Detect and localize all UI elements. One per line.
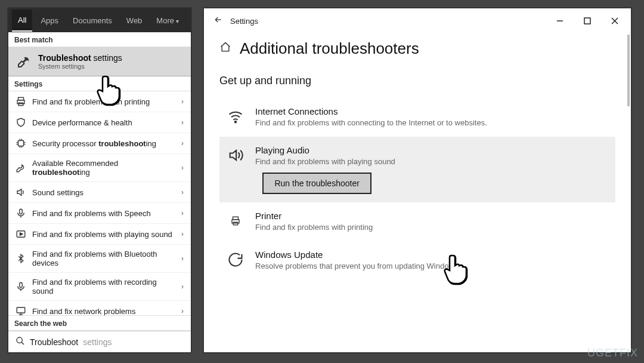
search-tab-web[interactable]: Web bbox=[120, 10, 148, 31]
chip-icon bbox=[16, 138, 26, 149]
search-input[interactable]: Troubleshoot settings bbox=[8, 331, 191, 352]
svg-rect-12 bbox=[20, 209, 23, 214]
section-subheading: Get up and running bbox=[219, 75, 615, 87]
chevron-right-icon: › bbox=[181, 188, 184, 196]
troubleshooter-desc: Find and fix problems with playing sound bbox=[255, 156, 395, 167]
search-tab-more[interactable]: More bbox=[150, 10, 184, 31]
chevron-right-icon: › bbox=[181, 139, 184, 147]
search-query-typed: Troubleshoot bbox=[30, 337, 78, 347]
svg-point-26 bbox=[235, 121, 236, 122]
page-header: Additional troubleshooters bbox=[204, 33, 631, 69]
network-icon bbox=[16, 306, 26, 315]
search-result-item[interactable]: Find and fix network problems › bbox=[8, 301, 191, 315]
svg-point-20 bbox=[17, 337, 22, 343]
search-panel: All Apps Documents Web More Best match T… bbox=[7, 7, 192, 353]
search-result-item[interactable]: Find and fix problems with Bluetooth dev… bbox=[8, 245, 191, 273]
search-result-text: Security processor troubleshooting bbox=[32, 139, 156, 148]
bluetooth-icon bbox=[16, 253, 26, 264]
search-result-text: Find and fix problems with Speech bbox=[32, 209, 151, 218]
search-result-item[interactable]: Available Recommended troubleshooting › bbox=[8, 154, 191, 182]
search-query-hint: settings bbox=[83, 337, 112, 347]
search-result-text: Device performance & health bbox=[32, 118, 132, 127]
search-result-text: Find and fix problems with Bluetooth dev… bbox=[32, 250, 175, 267]
page-title: Additional troubleshooters bbox=[240, 39, 419, 58]
troubleshooter-title: Printer bbox=[255, 211, 373, 221]
search-result-text: Find and fix problems with playing sound bbox=[32, 230, 172, 239]
svg-rect-2 bbox=[18, 103, 23, 106]
search-tab-all[interactable]: All bbox=[12, 10, 32, 32]
svg-rect-23 bbox=[584, 18, 590, 24]
search-result-item[interactable]: Security processor troubleshooting › bbox=[8, 133, 191, 154]
close-button[interactable] bbox=[601, 11, 628, 30]
chevron-right-icon: › bbox=[181, 282, 184, 291]
svg-rect-3 bbox=[18, 141, 24, 146]
troubleshooter-item[interactable]: Internet Connections Find and fix proble… bbox=[219, 98, 615, 137]
printer-icon bbox=[225, 211, 246, 231]
chevron-right-icon: › bbox=[181, 254, 184, 263]
search-result-text: Find and fix problems with printing bbox=[32, 97, 150, 106]
play-icon bbox=[16, 229, 26, 239]
search-result-item[interactable]: Find and fix problems with Speech › bbox=[8, 203, 191, 224]
sound-icon bbox=[16, 187, 26, 198]
search-result-text: Find and fix problems with recording sou… bbox=[32, 278, 175, 296]
mic-icon bbox=[16, 208, 26, 219]
shield-icon bbox=[16, 117, 26, 128]
chevron-right-icon: › bbox=[181, 164, 184, 172]
search-icon bbox=[16, 336, 25, 347]
content-area: Get up and running Internet Connections … bbox=[204, 69, 631, 352]
troubleshooter-item[interactable]: Printer Find and fix problems with print… bbox=[219, 202, 615, 241]
chevron-right-icon: › bbox=[181, 209, 184, 217]
best-match-subtitle: System settings bbox=[38, 63, 122, 70]
search-result-item[interactable]: Device performance & health › bbox=[8, 112, 191, 133]
printer-icon bbox=[16, 96, 26, 107]
chevron-right-icon: › bbox=[181, 230, 184, 238]
svg-line-21 bbox=[21, 342, 24, 344]
speaker-icon bbox=[225, 145, 246, 165]
mic-icon bbox=[16, 281, 26, 292]
svg-rect-15 bbox=[20, 282, 23, 287]
troubleshooter-desc: Find and fix problems with printing bbox=[255, 222, 373, 233]
svg-rect-17 bbox=[17, 307, 25, 313]
best-match-item[interactable]: Troubleshoot settings System settings bbox=[8, 47, 191, 76]
best-match-title: Troubleshoot settings bbox=[38, 53, 122, 63]
search-tab-documents[interactable]: Documents bbox=[67, 10, 118, 31]
run-troubleshooter-button[interactable]: Run the troubleshooter bbox=[262, 173, 371, 194]
window-title: Settings bbox=[230, 17, 258, 26]
troubleshooter-item[interactable]: Windows Update Resolve problems that pre… bbox=[219, 241, 615, 280]
minimize-button[interactable] bbox=[546, 11, 574, 30]
search-tabs: All Apps Documents Web More bbox=[8, 8, 191, 32]
watermark: UGETFIX bbox=[587, 347, 638, 359]
search-tab-apps[interactable]: Apps bbox=[35, 10, 64, 31]
troubleshooter-title: Internet Connections bbox=[255, 106, 487, 116]
chevron-right-icon: › bbox=[181, 97, 184, 106]
search-web-label: Search the web bbox=[8, 315, 191, 331]
back-button[interactable] bbox=[206, 15, 230, 27]
troubleshooter-item[interactable]: Playing Audio Find and fix problems with… bbox=[219, 137, 615, 203]
scrollbar-thumb[interactable] bbox=[627, 35, 630, 106]
svg-rect-29 bbox=[233, 222, 238, 225]
settings-window: Settings Additional troubleshooters Get … bbox=[203, 7, 632, 353]
wrench-icon bbox=[16, 53, 32, 70]
search-result-item[interactable]: Find and fix problems with recording sou… bbox=[8, 273, 191, 301]
troubleshooter-title: Windows Update bbox=[255, 250, 460, 260]
wrench-icon bbox=[16, 162, 26, 173]
chevron-right-icon: › bbox=[181, 307, 184, 315]
search-result-text: Available Recommended troubleshooting bbox=[32, 159, 175, 177]
vertical-scrollbar[interactable] bbox=[625, 35, 630, 351]
search-result-item[interactable]: Find and fix problems with printing › bbox=[8, 91, 191, 112]
search-results-list: Find and fix problems with printing › De… bbox=[8, 91, 191, 315]
settings-section-label: Settings bbox=[8, 76, 191, 91]
search-result-text: Find and fix network problems bbox=[32, 307, 135, 316]
search-result-text: Sound settings bbox=[32, 188, 83, 197]
best-match-label: Best match bbox=[8, 32, 191, 47]
troubleshooter-desc: Resolve problems that prevent you from u… bbox=[255, 261, 460, 272]
chevron-right-icon: › bbox=[181, 118, 184, 127]
maximize-button[interactable] bbox=[574, 11, 601, 30]
search-result-item[interactable]: Find and fix problems with playing sound… bbox=[8, 224, 191, 245]
update-icon bbox=[225, 250, 246, 270]
wifi-icon bbox=[225, 106, 246, 127]
home-icon[interactable] bbox=[219, 41, 231, 56]
troubleshooter-desc: Find and fix problems with connecting to… bbox=[255, 118, 487, 128]
search-result-item[interactable]: Sound settings › bbox=[8, 182, 191, 203]
svg-rect-0 bbox=[18, 97, 24, 100]
